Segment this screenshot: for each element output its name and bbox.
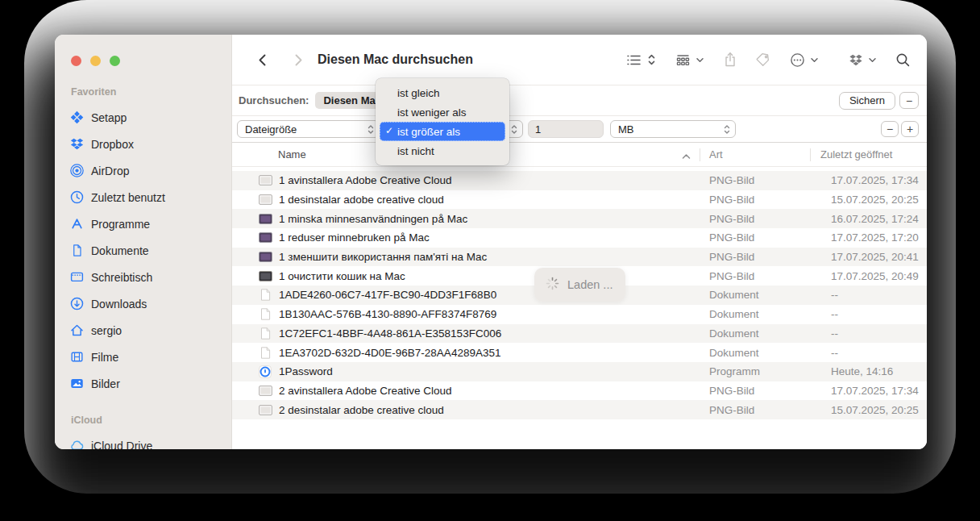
file-name-cell: 1 зменшити використання пам'яті на Mac (232, 251, 709, 263)
table-row[interactable]: 2 avinstallera Adobe Creative Cloud PNG-… (232, 381, 927, 401)
file-kind: Programm (709, 365, 820, 377)
sidebar-item-label: Schreibtisch (91, 271, 152, 284)
file-name-cell: 1 avinstallera Adobe Creative Cloud (232, 174, 709, 186)
menu-item-label: ist weniger als (397, 106, 467, 119)
file-opened: -- (820, 289, 927, 301)
file-icon (258, 252, 272, 262)
sidebar-section-favoriten: Favoriten Setapp Dropbox AirDrop (55, 86, 231, 397)
sidebar-item-label: Dropbox (91, 138, 134, 151)
sidebar-item-label: Bilder (91, 377, 120, 390)
file-name: 2 desinstalar adobe creative cloud (279, 404, 444, 416)
column-divider[interactable] (700, 148, 700, 161)
dropbox-toolbar-icon[interactable] (849, 53, 863, 67)
file-kind: PNG-Bild (709, 213, 820, 225)
group-by-icon[interactable] (675, 53, 691, 67)
file-list: 1 avinstallera Adobe Creative Cloud PNG-… (232, 167, 927, 449)
sidebar-item[interactable]: sergio (55, 317, 231, 344)
table-row[interactable]: 2 desinstalar adobe creative cloud PNG-B… (232, 400, 927, 419)
filter-unit-select[interactable]: MB (610, 120, 736, 138)
file-kind: PNG-Bild (709, 174, 820, 186)
file-name: 1 minska minnesanvändningen på Mac (279, 213, 467, 225)
table-row[interactable]: 1B130AAC-576B-4130-8890-AFF8374F8769 Dok… (232, 305, 927, 324)
sidebar: Favoriten Setapp Dropbox AirDrop (55, 35, 232, 449)
table-row[interactable]: 1 avinstallera Adobe Creative Cloud PNG-… (232, 171, 927, 190)
sidebar-item-label: Dokumente (91, 244, 149, 257)
file-name-cell: 1B130AAC-576B-4130-8890-AFF8374F8769 (232, 308, 709, 320)
share-icon[interactable] (723, 52, 737, 68)
column-header-name[interactable]: Name (278, 148, 306, 160)
sidebar-item-label: Filme (91, 351, 118, 364)
file-icon (258, 365, 272, 378)
table-row[interactable]: 1EA3702D-632D-4D0E-96B7-28AA4289A351 Dok… (232, 343, 927, 362)
remove-criteria-button[interactable]: − (881, 121, 899, 137)
file-kind: PNG-Bild (709, 194, 820, 206)
file-icon (258, 405, 272, 415)
sidebar-item-icon (69, 323, 84, 338)
file-icon (258, 289, 272, 301)
sidebar-item[interactable]: Filme (55, 344, 231, 370)
view-sort-chevrons-icon[interactable] (646, 53, 657, 66)
file-kind: Dokument (709, 327, 820, 340)
remove-search-button[interactable]: − (899, 92, 919, 109)
file-opened: -- (820, 308, 927, 320)
sidebar-item[interactable]: Bilder (55, 370, 231, 397)
sidebar-item-label: Setapp (91, 111, 127, 124)
sidebar-item-icon (69, 137, 84, 152)
sidebar-item[interactable]: AirDrop (55, 157, 231, 184)
table-row[interactable]: 1 зменшити використання пам'яті на Mac P… (232, 248, 927, 267)
column-divider[interactable] (810, 148, 811, 161)
more-actions-icon[interactable] (790, 52, 805, 68)
add-criteria-button[interactable]: + (901, 121, 919, 137)
file-kind: PNG-Bild (709, 385, 820, 397)
file-name: 1 avinstallera Adobe Creative Cloud (279, 174, 452, 186)
menu-item[interactable]: ✓ ist weniger als (380, 102, 505, 122)
save-search-button[interactable]: Sichern (839, 92, 895, 110)
menu-item[interactable]: ✓ ist gleich (380, 83, 505, 102)
sidebar-item[interactable]: Dropbox (55, 131, 231, 157)
column-header-opened[interactable]: Zuletzt geöffnet (820, 148, 892, 160)
file-opened: 17.07.2025, 17:34 (820, 385, 927, 397)
table-row[interactable]: 1C72EFC1-4BBF-4A48-861A-E358153FC006 Dok… (232, 324, 927, 344)
sidebar-item[interactable]: Schreibtisch (55, 264, 231, 290)
file-icon (258, 386, 272, 396)
loading-overlay: Laden ... (534, 268, 625, 302)
file-name: 2 avinstallera Adobe Creative Cloud (279, 385, 452, 397)
stepper-icon (723, 123, 731, 135)
table-row[interactable]: 1Password Programm Heute, 14:16 (232, 362, 927, 381)
view-list-icon[interactable] (626, 53, 642, 67)
file-name-cell: 1ADE4260-06C7-417F-BC90-4DD3F1F68B0 (232, 289, 709, 301)
search-icon[interactable] (895, 52, 911, 68)
file-name-cell: 1Password (232, 365, 709, 378)
sort-ascending-icon (682, 150, 691, 162)
file-name-cell: 2 avinstallera Adobe Creative Cloud (232, 385, 709, 397)
sidebar-item[interactable]: Programme (55, 210, 231, 237)
forward-button[interactable] (293, 53, 305, 67)
back-button[interactable] (256, 53, 268, 67)
sidebar-item-label: AirDrop (91, 165, 129, 177)
menu-item[interactable]: ✓ ist größer als (380, 122, 505, 141)
window-title: Diesen Mac durchsuchen (318, 52, 473, 67)
table-header: Name Art Zuletzt geöffnet (232, 143, 927, 167)
filter-value-input[interactable] (528, 120, 604, 138)
file-name-cell: 1 reduser minnebruken på Mac (232, 231, 709, 244)
table-row[interactable]: 1 reduser minnebruken på Mac PNG-Bild 17… (232, 228, 927, 248)
close-button[interactable] (71, 56, 81, 66)
checkmark-icon: ✓ (385, 125, 393, 136)
sidebar-item[interactable]: iCloud Drive (55, 432, 231, 449)
sidebar-item[interactable]: Dokumente (55, 237, 231, 264)
minimize-button[interactable] (90, 56, 101, 66)
sidebar-item[interactable]: Downloads (55, 290, 231, 317)
file-name: 1B130AAC-576B-4130-8890-AFF8374F8769 (279, 308, 496, 320)
filter-attribute-select[interactable]: Dateigröße (237, 120, 380, 138)
sidebar-item[interactable]: Setapp (55, 104, 231, 131)
zoom-button[interactable] (110, 56, 120, 66)
file-opened: 17.07.2025, 17:34 (820, 174, 927, 186)
sidebar-item[interactable]: Zuletzt benutzt (55, 184, 231, 210)
menu-item-label: ist gleich (397, 87, 440, 99)
table-row[interactable]: 1 desinstalar adobe creative cloud PNG-B… (232, 190, 927, 210)
file-opened: 15.07.2025, 20:25 (820, 404, 927, 416)
column-header-kind[interactable]: Art (709, 148, 723, 160)
table-row[interactable]: 1 minska minnesanvändningen på Mac PNG-B… (232, 209, 927, 228)
menu-item[interactable]: ✓ ist nicht (380, 141, 505, 160)
tag-icon[interactable] (756, 52, 771, 68)
